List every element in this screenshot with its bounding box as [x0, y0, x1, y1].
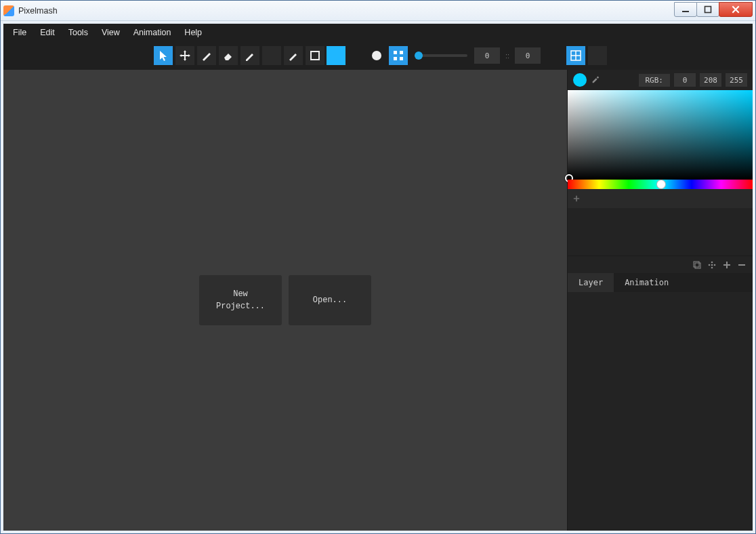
- close-button[interactable]: [719, 2, 753, 17]
- open-button[interactable]: Open...: [289, 275, 371, 325]
- select-rect-icon: [309, 49, 321, 62]
- svg-rect-5: [400, 51, 403, 54]
- canvas-pane: New Project... Open...: [3, 70, 567, 531]
- window-title: Pixelmash: [18, 6, 58, 16]
- move-icon: [179, 49, 191, 62]
- hue-thumb[interactable]: [656, 180, 666, 189]
- size-separator: ::: [503, 52, 512, 60]
- svg-rect-7: [400, 57, 403, 60]
- rgb-g-field[interactable]: 208: [700, 73, 721, 87]
- menu-file[interactable]: File: [6, 25, 33, 40]
- pixel-grid-icon: [392, 49, 404, 62]
- panel-tabs: Layer Animation: [568, 273, 753, 292]
- toolbar-swatch[interactable]: [327, 46, 345, 65]
- tool-eraser[interactable]: [219, 46, 238, 65]
- pencil-icon: [244, 49, 256, 62]
- tab-animation[interactable]: Animation: [614, 273, 679, 292]
- color-header: RGB: 0 208 255: [568, 70, 753, 90]
- grid-toggle-secondary[interactable]: [588, 46, 607, 65]
- window-control-group: [675, 2, 753, 17]
- pointer-icon: [157, 49, 169, 62]
- eyedropper-icon: [591, 74, 600, 83]
- svg-point-16: [711, 261, 713, 263]
- menu-bar: File Edit Tools View Animation Help: [3, 24, 753, 41]
- slider-thumb[interactable]: [415, 52, 423, 60]
- brush-shape-circle[interactable]: [367, 46, 386, 65]
- new-project-button[interactable]: New Project...: [199, 275, 282, 325]
- eyedropper-button[interactable]: [591, 74, 600, 86]
- duplicate-icon: [692, 260, 702, 270]
- size-field-1[interactable]: 0: [474, 47, 500, 64]
- minimize-button[interactable]: [674, 2, 697, 17]
- sidebar: RGB: 0 208 255: [567, 70, 753, 531]
- current-color-chip[interactable]: [573, 73, 587, 87]
- plus-icon: [573, 195, 580, 202]
- layer-duplicate-button[interactable]: [690, 258, 704, 272]
- svg-rect-0: [682, 11, 689, 12]
- svg-point-3: [372, 51, 381, 60]
- main-area: New Project... Open... RGB: 0 208 255: [3, 70, 753, 531]
- svg-point-14: [711, 264, 713, 266]
- bucket-icon: [266, 49, 278, 62]
- layer-merge-button[interactable]: [705, 258, 719, 272]
- menu-view[interactable]: View: [95, 25, 127, 40]
- toolbar: 0 :: 0: [3, 41, 753, 70]
- tool-bucket[interactable]: [262, 46, 281, 65]
- titlebar[interactable]: Pixelmash: [1, 1, 755, 21]
- window-frame: Pixelmash File Edit Tools View Animation…: [0, 0, 756, 534]
- brush-shape-pixel[interactable]: [389, 46, 408, 65]
- tool-pencil[interactable]: [240, 46, 259, 65]
- menu-animation[interactable]: Animation: [127, 25, 178, 40]
- rgb-b-field[interactable]: 255: [726, 73, 747, 87]
- color-mode-selector[interactable]: RGB:: [639, 74, 671, 87]
- svg-rect-11: [694, 262, 699, 267]
- brush-icon: [201, 49, 213, 62]
- rgb-r-field[interactable]: 0: [674, 73, 696, 87]
- layer-add-button[interactable]: [720, 258, 734, 272]
- menu-help[interactable]: Help: [177, 25, 209, 40]
- add-swatch-button[interactable]: [573, 193, 580, 204]
- swatches-row: [568, 189, 753, 208]
- tool-pointer[interactable]: [154, 46, 173, 65]
- svg-rect-1: [705, 6, 711, 12]
- close-icon: [731, 5, 740, 14]
- menu-tools[interactable]: Tools: [62, 25, 95, 40]
- minus-icon: [737, 260, 747, 270]
- size-field-2[interactable]: 0: [515, 47, 541, 64]
- tool-move[interactable]: [175, 46, 194, 65]
- smudge-icon: [287, 49, 299, 62]
- plus-icon: [722, 260, 732, 270]
- svg-point-17: [711, 266, 713, 268]
- svg-rect-2: [311, 52, 319, 60]
- sidebar-spacer: [568, 208, 753, 255]
- tool-select-rect[interactable]: [306, 46, 324, 65]
- maximize-button[interactable]: [696, 2, 719, 17]
- brush-size-slider[interactable]: [415, 54, 467, 57]
- svg-rect-4: [394, 51, 397, 54]
- svg-rect-18: [738, 264, 745, 266]
- app-icon: [3, 5, 14, 16]
- tab-layer[interactable]: Layer: [568, 273, 614, 292]
- layer-panel-body: [568, 292, 753, 531]
- tool-brush[interactable]: [197, 46, 216, 65]
- maximize-icon: [704, 5, 712, 14]
- svg-point-15: [714, 264, 716, 266]
- saturation-value-field[interactable]: [568, 90, 753, 180]
- layer-toolbar: [568, 255, 753, 273]
- layer-remove-button[interactable]: [735, 258, 749, 272]
- svg-point-13: [709, 264, 711, 266]
- tool-smudge[interactable]: [284, 46, 303, 65]
- eraser-icon: [222, 49, 234, 62]
- circle-icon: [371, 49, 383, 62]
- merge-icon: [707, 260, 717, 270]
- menu-edit[interactable]: Edit: [33, 25, 62, 40]
- hue-slider[interactable]: [568, 180, 753, 189]
- minimize-icon: [681, 5, 690, 14]
- grid-icon: [570, 49, 582, 62]
- grid-toggle[interactable]: [566, 46, 585, 65]
- svg-rect-12: [695, 263, 700, 268]
- svg-rect-6: [394, 57, 397, 60]
- app-root: File Edit Tools View Animation Help: [1, 21, 755, 533]
